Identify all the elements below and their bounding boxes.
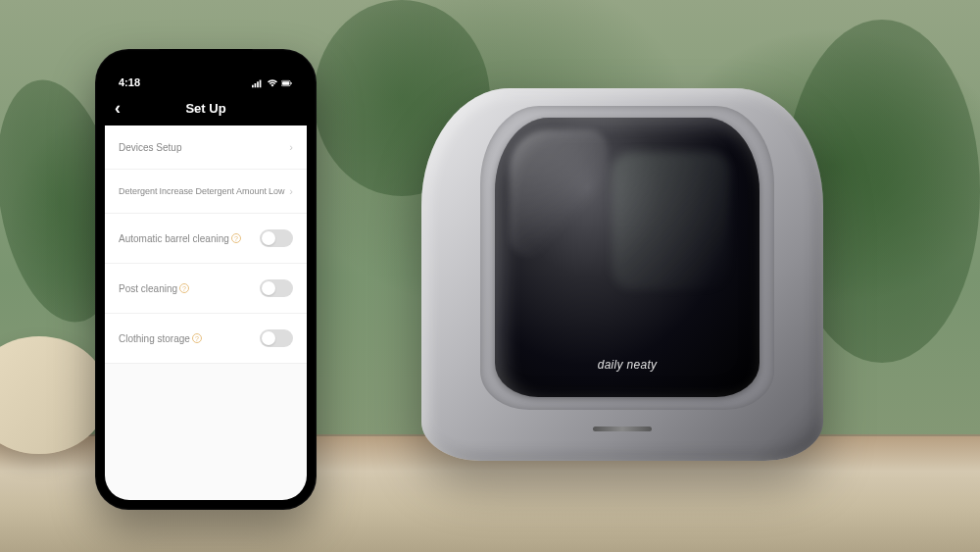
device-window: daily neaty: [495, 118, 760, 397]
svg-rect-1: [255, 83, 257, 87]
svg-rect-6: [291, 82, 292, 84]
signal-icon: [252, 78, 264, 88]
device-button-slot: [593, 427, 652, 431]
row-label: Post cleaning: [119, 283, 177, 294]
svg-rect-0: [252, 85, 254, 88]
nav-bar: ‹ Set Up: [105, 90, 307, 125]
info-icon[interactable]: ?: [179, 283, 189, 293]
phone-notch: [160, 49, 253, 69]
phone-screen: 4:18 ‹ Set Up Devices Setup ›: [105, 59, 307, 500]
info-icon[interactable]: ?: [192, 333, 202, 343]
settings-list: Devices Setup › DetergentIncrease Deterg…: [105, 125, 307, 364]
appliance-device: daily neaty: [421, 88, 823, 461]
row-post-cleaning: Post cleaning ?: [105, 264, 307, 314]
toggle-clothing-storage[interactable]: [260, 329, 293, 347]
svg-rect-5: [282, 81, 289, 84]
svg-rect-2: [257, 81, 259, 87]
info-icon[interactable]: ?: [231, 233, 241, 243]
svg-rect-3: [260, 80, 262, 88]
row-label: Devices Setup: [119, 142, 181, 153]
row-detergent[interactable]: DetergentIncrease Detergent AmountLow ›: [105, 170, 307, 214]
chevron-right-icon: ›: [289, 185, 293, 197]
row-value: Low: [269, 186, 285, 196]
window-reflection: [510, 129, 608, 257]
row-sublabel: Increase Detergent Amount: [160, 186, 268, 196]
phone-mockup: 4:18 ‹ Set Up Devices Setup ›: [95, 49, 317, 510]
status-time: 4:18: [119, 76, 140, 88]
row-label: Detergent: [119, 186, 158, 196]
toggle-auto-barrel-cleaning[interactable]: [260, 229, 293, 247]
battery-icon: [281, 78, 293, 88]
back-button[interactable]: ‹: [115, 99, 121, 117]
row-devices-setup[interactable]: Devices Setup ›: [105, 125, 307, 170]
row-label: Clothing storage: [119, 333, 190, 344]
toggle-post-cleaning[interactable]: [260, 279, 293, 297]
row-clothing-storage: Clothing storage ?: [105, 314, 307, 364]
status-icons: [252, 78, 293, 88]
row-auto-barrel-cleaning: Automatic barrel cleaning ?: [105, 214, 307, 264]
chevron-right-icon: ›: [289, 141, 293, 153]
device-brand-text: daily neaty: [598, 358, 658, 372]
row-label: Automatic barrel cleaning: [119, 233, 229, 244]
wifi-icon: [267, 78, 278, 88]
window-reflection-secondary: [612, 152, 730, 289]
nav-title: Set Up: [185, 101, 225, 116]
settings-content: Devices Setup › DetergentIncrease Deterg…: [105, 125, 307, 500]
